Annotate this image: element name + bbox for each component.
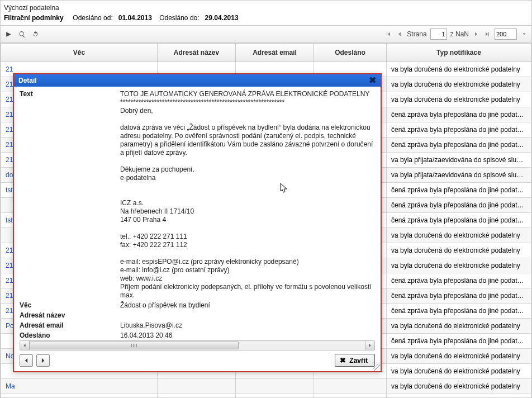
cell-typ: va byla doručená do elektronické podatel… bbox=[387, 243, 531, 258]
cell-odeslano bbox=[314, 394, 387, 399]
prev-record-button[interactable] bbox=[20, 354, 33, 367]
cell-typ: čená zpráva byla přeposlána do jiné poda… bbox=[387, 304, 531, 319]
cell-typ: va byla přijata/zaevidována do spisové s… bbox=[387, 168, 531, 183]
cell-typ: va byla doručená do elektronické podatel… bbox=[387, 62, 531, 77]
refresh-icon[interactable] bbox=[31, 30, 40, 39]
cell-vec: Ma bbox=[1, 379, 158, 394]
cell-typ: va byla doručená do elektronické podatel… bbox=[387, 319, 531, 334]
cell-typ: va byla doručená do elektronické podatel… bbox=[387, 258, 531, 273]
detail-nazev-label: Adresát název bbox=[20, 311, 120, 320]
col-adresat-nazev[interactable]: Adresát název bbox=[158, 44, 236, 62]
page-label: Strana bbox=[407, 30, 426, 38]
scroll-left-icon[interactable] bbox=[20, 341, 30, 350]
detail-title-text: Detail bbox=[18, 77, 37, 84]
cell-typ: va byla doručená do elektronické podatel… bbox=[387, 92, 531, 107]
sent-to-value: 29.04.2013 bbox=[205, 14, 239, 22]
col-odeslano[interactable]: Odesláno bbox=[314, 44, 387, 62]
cell-typ: va byla doručená do elektronické podatel… bbox=[387, 364, 531, 379]
cell-email bbox=[236, 394, 314, 399]
cell-odeslano bbox=[314, 379, 387, 394]
detail-email-value: Libuska.Pisova@i.cz bbox=[120, 321, 375, 330]
cell-email bbox=[236, 379, 314, 394]
cell-typ: va byla doručená do elektronické podatel… bbox=[387, 77, 531, 92]
cell-typ: čená zpráva byla přeposlána do jiné poda… bbox=[387, 183, 531, 198]
action-icon[interactable] bbox=[4, 30, 13, 39]
search-icon[interactable] bbox=[17, 30, 26, 39]
close-icon[interactable]: ✖ bbox=[369, 77, 376, 84]
cell-nazev bbox=[158, 379, 236, 394]
last-page-icon[interactable] bbox=[483, 30, 491, 38]
cell-typ: čená zpráva byla přeposlána do jiné poda… bbox=[387, 198, 531, 213]
detail-text-value: TOTO JE AUTOMATICKY GENEROVANÁ ZPRÁVA EL… bbox=[120, 90, 375, 300]
page-of-label: z NaN bbox=[450, 30, 469, 38]
cell-typ: čená zpráva byla přeposlána do jiné poda… bbox=[387, 122, 531, 138]
detail-email-label: Adresát email bbox=[20, 321, 120, 330]
prev-page-icon[interactable] bbox=[396, 30, 403, 38]
detail-text-label: Text bbox=[20, 90, 120, 300]
close-button[interactable]: ✖ Zavřít bbox=[335, 354, 375, 367]
cell-typ: čená zpráva byla přeposlána do jiné poda… bbox=[387, 138, 531, 153]
page-number-input[interactable] bbox=[430, 29, 447, 40]
table-row[interactable]: Mava byla doručená do elektronické podat… bbox=[1, 379, 531, 394]
cell-typ: va byla doručená do elektronické podatel… bbox=[387, 394, 531, 399]
cell-typ: čená zpráva byla přeposlána do jiné poda… bbox=[387, 334, 531, 349]
sent-to-label: Odesláno do: bbox=[159, 14, 199, 22]
detail-dialog: Detail ✖ Text TOTO JE AUTOMATICKY GENERO… bbox=[13, 73, 382, 372]
close-button-label: Zavřít bbox=[349, 357, 368, 364]
detail-nazev-value bbox=[120, 311, 375, 320]
first-page-icon[interactable] bbox=[384, 30, 392, 38]
table-row[interactable]: Mava byla doručená do elektronické podat… bbox=[1, 394, 531, 399]
page-size-dropdown-icon[interactable] bbox=[520, 30, 528, 38]
filter-label: Filtrační podmínky bbox=[4, 14, 64, 22]
cell-typ: va byla doručená do elektronické podatel… bbox=[387, 349, 531, 364]
cell-typ: čená zpráva byla přeposlána do jiné poda… bbox=[387, 273, 531, 288]
detail-vec-label: Věc bbox=[20, 301, 120, 310]
scroll-right-icon[interactable] bbox=[365, 341, 374, 350]
cell-nazev bbox=[158, 394, 236, 399]
next-page-icon[interactable] bbox=[472, 30, 480, 38]
cell-typ: va byla doručená do elektronické podatel… bbox=[387, 379, 531, 394]
col-adresat-email[interactable]: Adresát email bbox=[236, 44, 314, 62]
next-record-button[interactable] bbox=[36, 354, 50, 367]
cell-vec: Ma bbox=[1, 394, 158, 399]
detail-vec-value: Žádost o příspěvek na bydlení bbox=[120, 301, 375, 310]
detail-titlebar[interactable]: Detail ✖ bbox=[14, 74, 381, 87]
pager: Strana z NaN bbox=[384, 29, 528, 40]
toolbar: Strana z NaN bbox=[1, 25, 531, 43]
col-typ[interactable]: Typ notifikace bbox=[387, 44, 531, 62]
cell-typ: čená zpráva byla přeposlána do jiné poda… bbox=[387, 107, 531, 122]
detail-hscroll[interactable] bbox=[20, 340, 375, 350]
cell-typ: va byla doručená do elektronické podatel… bbox=[387, 228, 531, 243]
sent-from-value: 01.04.2013 bbox=[118, 14, 152, 22]
detail-odeslano-label: Odesláno bbox=[20, 331, 120, 338]
cell-typ: čená zpráva byla přeposlána do jiné poda… bbox=[387, 213, 531, 228]
close-button-x-icon: ✖ bbox=[340, 356, 346, 364]
col-vec[interactable]: Věc bbox=[1, 44, 158, 62]
page-size-input[interactable] bbox=[495, 29, 517, 40]
cell-typ: va byla přijata/zaevidována do spisové s… bbox=[387, 153, 531, 168]
page-title: Výchozí podatelna bbox=[4, 3, 526, 13]
scroll-thumb[interactable] bbox=[29, 342, 239, 349]
detail-odeslano-value: 16.04.2013 20:46 bbox=[120, 331, 375, 338]
sent-from-label: Odesláno od: bbox=[73, 14, 112, 22]
cell-typ: čená zpráva byla přeposlána do jiné poda… bbox=[387, 288, 531, 304]
